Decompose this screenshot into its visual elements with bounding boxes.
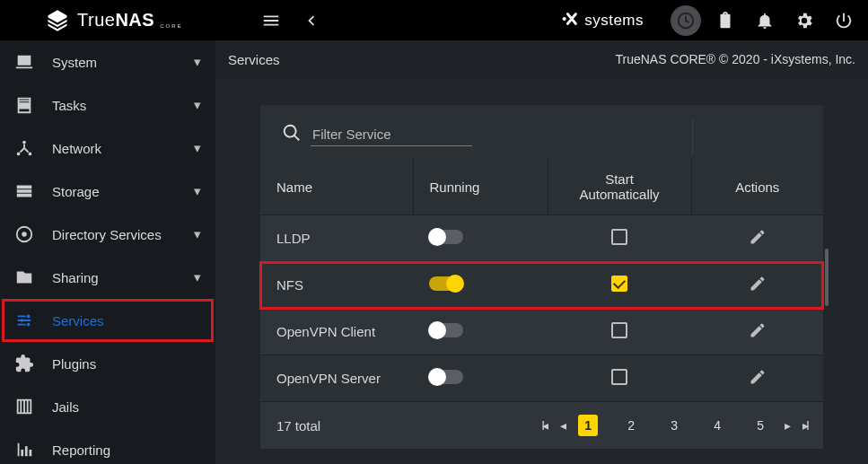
sidebar-item-system[interactable]: System ▾ [0,40,215,83]
services-table: Name Running Start Automatically Actions… [260,159,823,402]
ix-logo-icon [561,9,581,32]
edit-icon[interactable] [749,373,767,389]
chevron-down-icon: ▾ [194,54,201,70]
svg-point-3 [17,153,21,156]
clipboard-icon[interactable] [710,5,741,36]
total-count: 17 total [276,418,320,433]
table-row: OpenVPN Client [260,309,823,355]
sidebar-item-label: Jails [52,399,201,415]
logo-text: TrueNAS [77,10,154,31]
svg-point-8 [20,319,23,322]
divider [692,119,693,155]
col-header-actions: Actions [691,159,823,215]
sidebar-item-label: Plugins [52,356,201,372]
sidebar-item-label: Storage [52,184,176,199]
sidebar-item-label: Directory Services [52,227,176,242]
sidebar-item-label: Reporting [52,442,201,458]
sidebar: System ▾ Tasks ▾ Network ▾ Storage ▾ Dir… [0,40,215,464]
pager: I◂ ◂ 12345 ▸ ▸I [541,415,807,436]
running-toggle[interactable] [429,370,463,384]
jails-icon [14,397,34,416]
pager-prev-icon[interactable]: ◂ [560,418,564,433]
tasks-icon [14,95,34,115]
bell-icon[interactable] [750,5,780,36]
running-toggle[interactable] [429,230,463,244]
table-row: LLDP [260,215,823,262]
svg-point-9 [27,323,31,327]
sidebar-item-label: System [52,55,176,70]
power-icon[interactable] [829,5,859,36]
logo-icon [45,8,70,33]
sidebar-item-label: Services [52,313,201,328]
breadcrumb: Services [228,52,280,67]
sidebar-item-storage[interactable]: Storage ▾ [0,170,215,213]
sidebar-item-tasks[interactable]: Tasks ▾ [0,83,215,127]
auto-checkbox[interactable] [611,276,627,292]
running-toggle[interactable] [429,323,463,337]
ix-logo-text: systems [584,12,644,30]
cell-name: LLDP [260,215,413,262]
search-icon [282,123,302,146]
system-icon [14,52,34,72]
sidebar-item-services[interactable]: Services [0,299,215,342]
auto-checkbox[interactable] [611,229,627,245]
auto-checkbox[interactable] [611,369,627,385]
topbar: TrueNAS CORE systems [0,0,868,40]
sidebar-item-label: Sharing [52,270,176,285]
edit-icon[interactable] [749,327,767,342]
pager-last-icon[interactable]: ▸I [802,418,807,433]
services-panel: Name Running Start Automatically Actions… [260,105,823,449]
network-icon [14,138,34,158]
chevron-down-icon: ▾ [194,183,201,199]
col-header-name[interactable]: Name [260,159,413,215]
pager-page[interactable]: 3 [664,415,684,436]
chevron-down-icon: ▾ [194,97,201,113]
plugins-icon [14,354,34,373]
pager-page[interactable]: 2 [621,415,641,436]
col-header-running[interactable]: Running [413,159,548,215]
sidebar-item-reporting[interactable]: Reporting [0,428,215,464]
gear-icon[interactable] [789,5,820,36]
reporting-icon [14,440,34,460]
sidebar-item-jails[interactable]: Jails [0,385,215,428]
svg-point-4 [29,153,32,156]
ix-logo: systems [561,9,644,32]
table-row: NFS [260,262,823,309]
search-input[interactable] [311,123,472,146]
edit-icon[interactable] [749,280,767,295]
pager-page[interactable]: 4 [707,415,727,436]
sidebar-item-directory-services[interactable]: Directory Services ▾ [0,213,215,256]
sidebar-item-sharing[interactable]: Sharing ▾ [0,256,215,299]
pager-page[interactable]: 1 [578,415,598,436]
back-icon[interactable] [295,5,326,36]
sidebar-item-label: Tasks [52,98,176,113]
cell-name: OpenVPN Client [260,309,413,355]
sidebar-item-network[interactable]: Network ▾ [0,127,215,170]
sidebar-item-plugins[interactable]: Plugins [0,342,215,385]
col-header-auto[interactable]: Start Automatically [548,159,691,215]
main: Services TrueNAS CORE® © 2020 - iXsystem… [215,40,868,464]
directory-icon [14,224,34,244]
breadcrumb-row: Services TrueNAS CORE® © 2020 - iXsystem… [215,40,868,78]
edit-icon[interactable] [749,233,767,249]
svg-point-7 [27,315,31,319]
svg-point-2 [22,141,26,144]
table-footer: 17 total I◂ ◂ 12345 ▸ ▸I [260,402,823,449]
menu-icon[interactable] [256,5,286,36]
services-icon [14,311,34,330]
truecommand-icon[interactable] [671,5,701,36]
scrollbar[interactable] [825,249,829,306]
cell-name: NFS [260,262,413,309]
pager-first-icon[interactable]: I◂ [541,418,546,433]
pager-next-icon[interactable]: ▸ [785,418,788,433]
footer-text: TrueNAS CORE® © 2020 - iXsystems, Inc. [615,52,855,66]
running-toggle[interactable] [429,276,463,291]
auto-checkbox[interactable] [611,322,627,338]
table-row: OpenVPN Server [260,355,823,402]
storage-icon [14,181,34,201]
svg-point-6 [22,232,27,237]
pager-page[interactable]: 5 [750,415,770,436]
chevron-down-icon: ▾ [194,269,201,285]
cell-name: OpenVPN Server [260,355,413,402]
sidebar-item-label: Network [52,141,176,156]
